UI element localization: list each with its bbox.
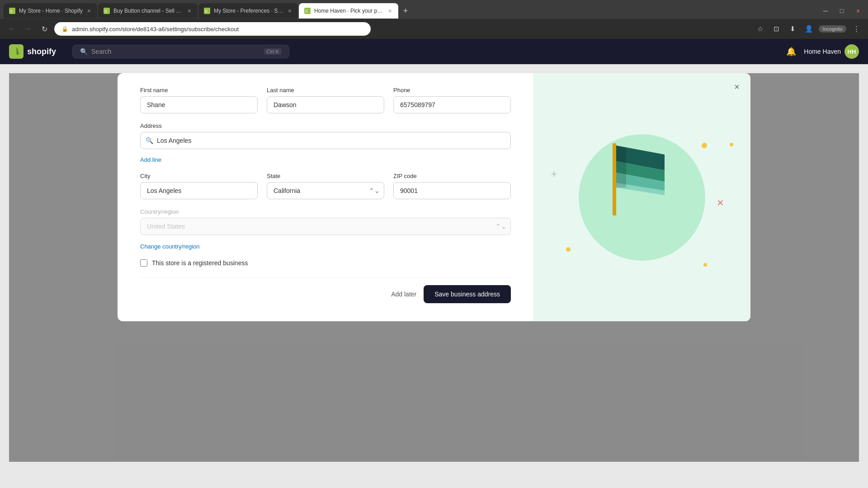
address-group: Address 🔍 xyxy=(140,122,511,149)
forward-button[interactable]: → xyxy=(22,23,34,35)
country-label: Country/region xyxy=(140,208,511,215)
bookmark-star-icon[interactable]: ☆ xyxy=(754,23,766,35)
lock-icon: 🔒 xyxy=(61,26,68,32)
country-select-wrapper: United States ⌃⌄ xyxy=(140,218,511,235)
tab-4-favicon: S xyxy=(304,8,311,14)
country-row: Country/region United States ⌃⌄ xyxy=(140,208,511,235)
window-close-button[interactable]: × xyxy=(852,5,864,17)
svg-rect-4 xyxy=(613,143,616,216)
form-actions: Add later Save business address xyxy=(140,277,511,303)
phone-label: Phone xyxy=(393,87,511,94)
shopify-logo-text: shopify xyxy=(27,47,56,56)
illustration-container xyxy=(561,116,723,279)
add-later-link[interactable]: Add later xyxy=(391,291,416,298)
store-name: Home Haven xyxy=(804,48,841,55)
avatar: HH xyxy=(844,44,859,59)
tab-3-favicon: S xyxy=(204,8,210,14)
address-label: Address xyxy=(140,122,511,129)
svg-text:S: S xyxy=(104,9,107,13)
tab-2-close[interactable]: × xyxy=(187,6,192,15)
modal-form: First name Last name Phone Addr xyxy=(118,73,533,321)
modal: × First name Last name xyxy=(118,73,750,321)
save-business-address-button[interactable]: Save business address xyxy=(424,285,511,303)
store-badge[interactable]: Home Haven HH xyxy=(804,44,859,59)
tab-1-close[interactable]: × xyxy=(86,6,92,15)
new-tab-button[interactable]: + xyxy=(399,5,412,17)
registered-business-checkbox[interactable] xyxy=(140,259,147,267)
tab-4-label: Home Haven · Pick your plan ·... xyxy=(314,8,384,14)
minimize-button[interactable]: ─ xyxy=(819,5,832,17)
registered-business-label: This store is a registered business xyxy=(152,259,248,267)
deco-plus-top-left: + xyxy=(551,168,557,180)
notification-bell-icon[interactable]: 🔔 xyxy=(784,44,798,59)
shopify-header: shopify 🔍 Search Ctrl K 🔔 Home Haven HH xyxy=(0,39,868,64)
tab-1[interactable]: S My Store - Home · Shopify × xyxy=(4,3,97,19)
registered-business-row: This store is a registered business xyxy=(140,259,511,267)
first-name-group: First name xyxy=(140,87,258,113)
deco-dot-2 xyxy=(730,143,733,146)
svg-text:S: S xyxy=(10,9,13,13)
search-shortcut-badge: Ctrl K xyxy=(264,48,282,55)
city-group: City xyxy=(140,173,258,199)
flag-illustration xyxy=(561,116,678,234)
search-bar[interactable]: 🔍 Search Ctrl K xyxy=(72,45,289,58)
state-label: State xyxy=(267,173,384,179)
first-name-label: First name xyxy=(140,87,258,94)
state-select[interactable]: California New York Texas xyxy=(267,182,384,199)
add-line-link[interactable]: Add line xyxy=(140,156,161,163)
last-name-input[interactable] xyxy=(267,96,384,113)
name-phone-row: First name Last name Phone xyxy=(140,87,511,113)
header-right: 🔔 Home Haven HH xyxy=(784,44,859,59)
shopify-logo[interactable]: shopify xyxy=(9,44,56,59)
city-input[interactable] xyxy=(140,182,258,199)
phone-input[interactable] xyxy=(393,96,511,113)
change-country-link[interactable]: Change country/region xyxy=(140,243,200,250)
search-placeholder-text: Search xyxy=(91,48,260,55)
modal-close-button[interactable]: × xyxy=(731,80,743,93)
tab-bar: S My Store - Home · Shopify × S Buy Butt… xyxy=(0,0,868,19)
country-group: Country/region United States ⌃⌄ xyxy=(140,208,511,235)
phone-group: Phone xyxy=(393,87,511,113)
address-search-icon: 🔍 xyxy=(146,137,153,144)
cast-icon[interactable]: ⊡ xyxy=(770,23,783,35)
tab-4[interactable]: S Home Haven · Pick your plan ·... × xyxy=(299,3,398,19)
maximize-button[interactable]: □ xyxy=(835,5,848,17)
first-name-input[interactable] xyxy=(140,96,258,113)
tab-2-label: Buy Button channel - Sell your... xyxy=(113,8,183,14)
tab-3-label: My Store - Preferences · Shopify xyxy=(214,8,283,14)
search-icon: 🔍 xyxy=(80,48,88,55)
tab-2[interactable]: S Buy Button channel - Sell your... × xyxy=(98,3,198,19)
address-bar[interactable]: 🔒 admin.shopify.com/store/de8143-a6/sett… xyxy=(54,22,371,36)
zip-label: ZIP code xyxy=(393,173,511,179)
zip-group: ZIP code xyxy=(393,173,511,199)
modal-overlay: × First name Last name xyxy=(9,73,859,462)
address-row: Address 🔍 xyxy=(140,122,511,149)
address-bar-row: ← → ↻ 🔒 admin.shopify.com/store/de8143-a… xyxy=(0,19,868,39)
svg-text:S: S xyxy=(305,9,308,13)
download-icon[interactable]: ⬇ xyxy=(786,23,799,35)
tab-2-favicon: S xyxy=(104,8,110,14)
svg-text:S: S xyxy=(205,9,208,13)
last-name-group: Last name xyxy=(267,87,384,113)
back-button[interactable]: ← xyxy=(5,23,18,35)
more-options-icon[interactable]: ⋮ xyxy=(850,23,863,35)
tab-3-close[interactable]: × xyxy=(287,6,292,15)
address-input-wrapper: 🔍 xyxy=(140,132,511,149)
country-select[interactable]: United States xyxy=(140,218,511,235)
last-name-label: Last name xyxy=(267,87,384,94)
state-group: State California New York Texas ⌃⌄ xyxy=(267,173,384,199)
tab-1-label: My Store - Home · Shopify xyxy=(19,8,83,14)
browser-chrome: S My Store - Home · Shopify × S Buy Butt… xyxy=(0,0,868,39)
shopify-logo-mark xyxy=(9,44,24,59)
tab-3[interactable]: S My Store - Preferences · Shopify × xyxy=(198,3,298,19)
incognito-badge: Incognito xyxy=(819,25,846,33)
address-text: admin.shopify.com/store/de8143-a6/settin… xyxy=(72,26,363,33)
modal-illustration: + ✕ xyxy=(533,73,750,321)
address-input[interactable] xyxy=(140,132,511,149)
tab-4-close[interactable]: × xyxy=(387,6,393,15)
zip-input[interactable] xyxy=(393,182,511,199)
page-background: × First name Last name xyxy=(0,64,868,488)
refresh-button[interactable]: ↻ xyxy=(38,23,51,35)
profile-icon[interactable]: 👤 xyxy=(802,23,815,35)
change-country-container: Change country/region xyxy=(140,240,511,250)
